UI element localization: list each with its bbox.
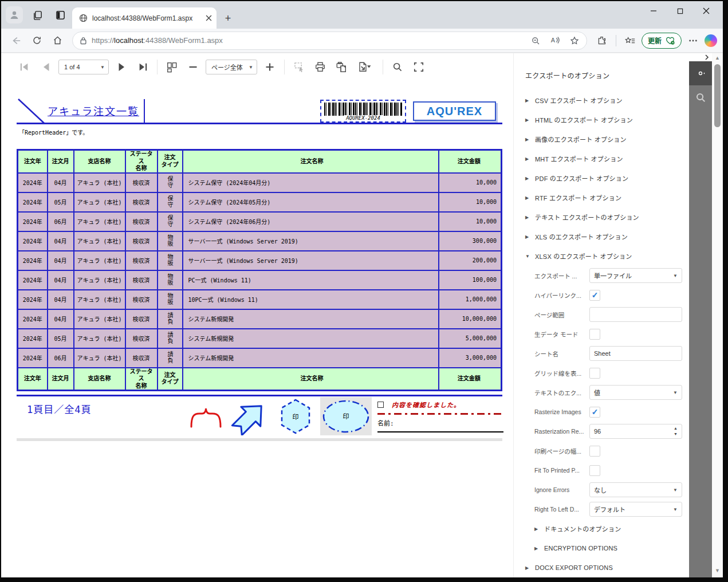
settings-menu-button[interactable] bbox=[684, 32, 702, 50]
export-subsection-header[interactable]: ▶ ドキュメントのオプション bbox=[534, 519, 689, 538]
minimize-button[interactable] bbox=[640, 1, 667, 21]
browser-update-button[interactable]: 更新 bbox=[642, 33, 682, 49]
export-subsection-header[interactable]: ▶ ENCRYPTION OPTIONS bbox=[534, 538, 689, 558]
magnifier-minus-icon bbox=[531, 36, 540, 45]
export-section-header[interactable]: ▶ MHT エクスポート オプション bbox=[525, 149, 689, 168]
text-export-select[interactable]: 値▼ bbox=[589, 385, 682, 400]
extensions-button[interactable] bbox=[593, 32, 611, 50]
scroll-up-arrow[interactable]: ▲ bbox=[715, 55, 720, 63]
print-page-width-checkbox[interactable] bbox=[589, 446, 600, 457]
spinner-arrows[interactable]: ▲▼ bbox=[674, 426, 678, 437]
gridlines-checkbox[interactable] bbox=[589, 368, 600, 379]
table-row: 2024年 05月 アキュラ (本社) 検収済 請負 システム新規開発 5,00… bbox=[18, 329, 502, 348]
fullscreen-button[interactable] bbox=[410, 59, 427, 75]
rasterize-images-checkbox[interactable]: ✓ bbox=[589, 407, 600, 418]
report-page: アキュラ注文一覧 AQUREX-2024 AQU'REX 「ReportHead… bbox=[17, 98, 502, 438]
browser-tab[interactable]: localhost:44388/WebForm1.aspx bbox=[72, 7, 217, 29]
collapse-panel-button[interactable] bbox=[689, 53, 712, 61]
field-label: ハイパーリンク... bbox=[534, 291, 589, 300]
field-label: Fit To Printed P... bbox=[534, 467, 589, 474]
read-aloud-button[interactable]: A bbox=[548, 33, 562, 48]
new-tab-button[interactable]: + bbox=[220, 10, 236, 26]
export-section-header[interactable]: ▶ DOCX EXPORT OPTIONS bbox=[525, 558, 689, 577]
url-text[interactable]: https://localhost:44388/WebForm1.aspx bbox=[92, 36, 524, 45]
hyperlink-checkbox[interactable]: ✓ bbox=[589, 290, 600, 301]
xlsx-section-header[interactable]: ▼ XLSX のエクスポート オプション bbox=[525, 246, 689, 266]
back-button[interactable] bbox=[7, 32, 25, 50]
panel-title: エクスポートのオプション bbox=[525, 70, 689, 80]
table-row: 2024年 04月 アキュラ (本社) 検収済 物販 PC一式 (Windows… bbox=[18, 270, 502, 290]
profile-avatar[interactable] bbox=[6, 6, 23, 23]
last-page-button[interactable] bbox=[134, 59, 151, 75]
ignore-errors-select[interactable]: なし▼ bbox=[589, 482, 682, 497]
favorites-button[interactable] bbox=[621, 32, 639, 50]
export-section-header[interactable]: ▶ 画像のエクスポート オプション bbox=[525, 129, 689, 149]
chevron-down-icon: ▼ bbox=[249, 65, 253, 70]
person-icon bbox=[9, 10, 19, 20]
right-to-left-select[interactable]: デフォルト▼ bbox=[589, 502, 682, 517]
fit-to-printed-checkbox[interactable] bbox=[589, 465, 600, 476]
multipage-mode-button[interactable] bbox=[163, 59, 180, 75]
chevron-right-icon: ▶ bbox=[525, 137, 530, 142]
stamp-character: 印 bbox=[293, 414, 299, 421]
address-bar[interactable]: https://localhost:44388/WebForm1.aspx A bbox=[72, 32, 587, 50]
page-range-input[interactable] bbox=[589, 307, 682, 322]
stamp-character: 印 bbox=[343, 413, 349, 420]
vertical-tabs-icon bbox=[55, 10, 66, 21]
favorite-star-button[interactable] bbox=[567, 33, 582, 48]
rasterization-resolution-spinner[interactable]: 96▲▼ bbox=[589, 424, 682, 439]
export-section-header[interactable]: ▶ PDF のエクスポート オプション bbox=[525, 168, 689, 188]
close-button[interactable] bbox=[693, 1, 719, 21]
raw-data-checkbox[interactable] bbox=[589, 329, 600, 340]
arrow-shape bbox=[231, 398, 267, 435]
zoom-out-page-button[interactable] bbox=[528, 33, 543, 48]
sheet-name-input[interactable]: Sheet bbox=[589, 346, 682, 361]
export-section-header[interactable]: ▶ テキスト エクスポートのオプション bbox=[525, 207, 689, 227]
export-section-header[interactable]: ▶ CSV エクスポート オプション bbox=[525, 91, 689, 110]
options-tab[interactable] bbox=[689, 61, 712, 85]
print-button[interactable] bbox=[312, 59, 329, 75]
chevron-down-icon: ▼ bbox=[673, 487, 678, 493]
table-row: 2024年 04月 アキュラ (本社) 検収済 請負 システム新規開発 10,0… bbox=[18, 309, 502, 329]
confirm-checkbox[interactable] bbox=[377, 402, 384, 408]
previous-page-button[interactable] bbox=[37, 59, 54, 75]
copilot-icon[interactable] bbox=[705, 34, 717, 47]
workspaces-button[interactable] bbox=[29, 6, 46, 23]
zoom-in-button[interactable] bbox=[261, 59, 278, 75]
zoom-out-button[interactable] bbox=[184, 59, 202, 75]
maximize-button[interactable] bbox=[667, 1, 693, 21]
panel-scrollbar[interactable]: ▲ ▼ bbox=[712, 53, 723, 577]
barcode: AQUREX-2024 bbox=[320, 100, 406, 123]
extensions-icon bbox=[597, 36, 607, 45]
export-options-panel: エクスポートのオプション ▶ CSV エクスポート オプション ▶ HTML の… bbox=[513, 53, 689, 577]
scroll-down-arrow[interactable]: ▼ bbox=[715, 568, 720, 576]
export-button[interactable] bbox=[354, 59, 377, 75]
next-page-button[interactable] bbox=[113, 59, 130, 75]
tab-close-icon[interactable] bbox=[206, 15, 212, 21]
header-divider bbox=[144, 99, 145, 123]
export-section-header[interactable]: ▶ RTF エクスポート オプション bbox=[525, 188, 689, 207]
hexagon-stamp: 印 bbox=[279, 398, 312, 435]
highlight-editing-fields-button[interactable] bbox=[290, 59, 308, 75]
search-tab[interactable] bbox=[689, 85, 712, 109]
first-page-button[interactable] bbox=[16, 59, 33, 75]
table-row: 2024年 04月 アキュラ (本社) 検収済 物販 10PC一式 (Windo… bbox=[18, 290, 502, 309]
export-section-header[interactable]: ▶ XLS のエクスポート オプション bbox=[525, 227, 689, 246]
refresh-button[interactable] bbox=[27, 32, 46, 50]
field-label: エクスポート ... bbox=[534, 272, 589, 280]
zoom-mode-select[interactable]: ページ全体▼ bbox=[206, 60, 257, 74]
search-button[interactable] bbox=[389, 59, 406, 75]
print-page-setup-button[interactable] bbox=[333, 59, 350, 75]
tab-actions-button[interactable] bbox=[52, 6, 69, 23]
page-select[interactable]: 1 of 4▼ bbox=[58, 60, 109, 74]
home-button[interactable] bbox=[48, 32, 66, 50]
export-section-header[interactable]: ▶ HTML のエクスポート オプション bbox=[525, 110, 689, 129]
scrollbar-thumb[interactable] bbox=[714, 64, 721, 127]
field-label: テキストのエク... bbox=[534, 388, 589, 397]
field-label: ページ範囲 bbox=[534, 310, 589, 319]
gear-icon bbox=[695, 68, 706, 79]
chevron-right-icon: ▶ bbox=[525, 156, 530, 162]
export-mode-select[interactable]: 単一ファイル▼ bbox=[589, 268, 682, 283]
name-label: 名前: bbox=[377, 418, 503, 427]
toolbar-separator bbox=[383, 60, 383, 74]
